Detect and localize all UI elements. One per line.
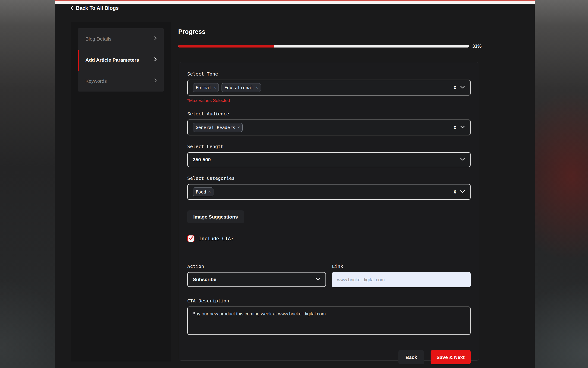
cta-description-textarea[interactable]: Buy our new product this coming week at …	[187, 307, 471, 335]
select-audience-multiselect[interactable]: General Readers × X	[187, 120, 471, 135]
category-tag-food: Food ×	[193, 187, 213, 196]
sidebar: Blog Details Add Article Parameters Keyw…	[71, 22, 171, 361]
clear-all-icon[interactable]: X	[454, 189, 456, 194]
back-link-label: Back To All Blogs	[76, 5, 119, 11]
back-button[interactable]: Back	[398, 350, 424, 364]
step-label: Add Article Parameters	[85, 57, 139, 63]
select-length-dropdown[interactable]: 350-500	[187, 152, 471, 167]
tag-label: Formal	[196, 85, 211, 90]
check-icon	[189, 236, 193, 241]
tag-label: Food	[196, 189, 206, 194]
select-length-label: Select Length	[187, 144, 471, 149]
page-backdrop: Back To All Blogs Blog Details Add Artic…	[0, 0, 588, 368]
select-tone-multiselect[interactable]: Formal × Educational × X	[187, 80, 471, 95]
remove-tag-icon[interactable]: ×	[208, 190, 211, 194]
action-dropdown[interactable]: Subscribe	[187, 272, 326, 287]
audience-tag-general-readers: General Readers ×	[193, 123, 243, 132]
action-column: Action Subscribe	[187, 264, 326, 287]
save-next-button[interactable]: Save & Next	[430, 350, 471, 364]
include-cta-label: Include CTA?	[199, 236, 234, 241]
tone-tag-formal: Formal ×	[193, 83, 219, 92]
sidebar-item-blog-details[interactable]: Blog Details	[78, 28, 164, 49]
top-accent-line	[55, 0, 535, 1]
tag-label: General Readers	[196, 125, 236, 130]
active-step-indicator	[78, 50, 79, 71]
select-categories-multiselect[interactable]: Food × X	[187, 184, 471, 200]
clear-all-icon[interactable]: X	[454, 85, 456, 90]
chevron-down-icon	[315, 277, 320, 282]
chevron-down-icon	[460, 157, 465, 162]
cta-description-label: CTA Description	[187, 298, 471, 304]
action-label: Action	[187, 264, 326, 269]
multiselect-controls: X	[454, 189, 465, 194]
action-value: Subscribe	[193, 277, 216, 282]
length-value: 350-500	[193, 157, 211, 162]
action-link-row: Action Subscribe Link	[187, 264, 471, 287]
sidebar-item-add-article-parameters[interactable]: Add Article Parameters	[78, 49, 164, 70]
multiselect-controls: X	[454, 125, 465, 130]
progress-row: 33%	[178, 44, 488, 49]
chevron-down-icon[interactable]	[460, 85, 465, 90]
step-label: Blog Details	[85, 36, 111, 42]
link-label: Link	[332, 264, 471, 269]
clear-all-icon[interactable]: X	[454, 125, 456, 130]
link-input[interactable]	[332, 272, 471, 287]
progress-bar-fill	[178, 45, 274, 47]
remove-tag-icon[interactable]: ×	[255, 85, 258, 90]
chevron-left-icon	[70, 6, 74, 10]
chevron-right-icon	[154, 57, 157, 63]
image-suggestions-button[interactable]: Image Suggestions	[187, 211, 244, 223]
chevron-right-icon	[154, 78, 157, 84]
wizard-steps-card: Blog Details Add Article Parameters Keyw…	[78, 28, 164, 92]
chevron-down-icon[interactable]	[460, 190, 465, 194]
include-cta-row: Include CTA?	[187, 235, 471, 242]
tag-label: Educational	[224, 85, 254, 90]
progress-percent-label: 33%	[472, 44, 482, 49]
top-strip	[55, 0, 535, 4]
sidebar-item-keywords[interactable]: Keywords	[78, 70, 164, 92]
select-tone-label: Select Tone	[187, 71, 471, 77]
include-cta-checkbox[interactable]	[187, 235, 194, 242]
tone-tag-educational: Educational ×	[221, 83, 261, 92]
form-actions-row: Back Save & Next	[187, 350, 471, 364]
multiselect-controls: X	[454, 85, 465, 90]
select-categories-label: Select Categories	[187, 175, 471, 181]
step-label: Keywords	[85, 78, 107, 84]
max-values-error: *Max Values Selected	[187, 98, 471, 103]
progress-bar	[178, 45, 469, 47]
progress-title: Progress	[178, 28, 205, 36]
select-audience-label: Select Audience	[187, 111, 471, 117]
article-parameters-form: Select Tone Formal × Educational × X *Ma…	[179, 62, 479, 361]
chevron-right-icon	[154, 36, 157, 42]
remove-tag-icon[interactable]: ×	[214, 85, 216, 90]
remove-tag-icon[interactable]: ×	[237, 125, 240, 129]
back-to-all-blogs-link[interactable]: Back To All Blogs	[70, 5, 119, 11]
app-surface: Back To All Blogs Blog Details Add Artic…	[55, 0, 535, 368]
chevron-down-icon[interactable]	[460, 125, 465, 130]
link-column: Link	[332, 264, 471, 287]
